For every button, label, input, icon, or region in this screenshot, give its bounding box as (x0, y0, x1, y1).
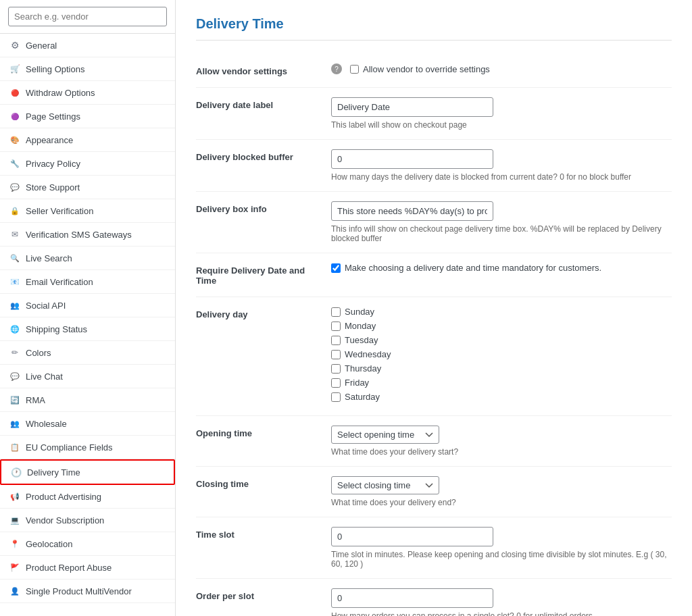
opening-time-description: What time does your delivery start? (331, 447, 672, 457)
sidebar-item-social-api[interactable]: Social API (0, 294, 175, 317)
cart-icon (9, 63, 20, 74)
chat-icon (9, 371, 20, 382)
wholesale-icon (9, 418, 20, 429)
delivery-blocked-buffer-row: Delivery blocked buffer How many days th… (196, 140, 672, 192)
sidebar-item-vendor-subscription[interactable]: Vendor Subscription (0, 509, 175, 532)
sidebar-item-label: Vendor Subscription (26, 515, 104, 525)
geo-icon (9, 538, 20, 549)
sidebar-item-label: Single Product MultiVendor (26, 586, 132, 596)
delivery-day-row: Delivery day Sunday Monday Tuesday (196, 297, 672, 416)
shipping-icon (9, 324, 20, 334)
sidebar-item-label: Seller Verification (26, 206, 93, 216)
opening-time-select[interactable]: Select opening time (331, 426, 439, 444)
sidebar-item-label: Geolocation (26, 539, 72, 549)
gear-icon (9, 40, 20, 51)
sidebar-item-store-support[interactable]: Store Support (0, 176, 175, 199)
order-per-slot-input[interactable] (331, 588, 493, 608)
require-delivery-row: Require Delivery Date and Time Make choo… (196, 253, 672, 297)
day-sunday-label: Sunday (345, 307, 374, 317)
opening-time-label: Opening time (196, 428, 252, 438)
sidebar-item-wholesale[interactable]: Wholesale (0, 412, 175, 436)
sidebar-item-live-search[interactable]: Live Search (0, 247, 175, 270)
day-friday-checkbox[interactable] (331, 378, 341, 388)
buffer-label: Delivery blocked buffer (196, 152, 293, 162)
require-delivery-checkbox-label: Make choosing a delivery date and time m… (345, 263, 601, 273)
day-thursday-checkbox[interactable] (331, 364, 341, 374)
sidebar-item-geolocation[interactable]: Geolocation (0, 532, 175, 556)
day-friday-label: Friday (345, 378, 369, 388)
privacy-icon (9, 158, 20, 169)
sidebar-item-label: Colors (26, 348, 51, 358)
delivery-box-info-row: Delivery box info This info will show on… (196, 192, 672, 253)
report-icon (9, 562, 20, 573)
sidebar-item-email-verification[interactable]: Email Verification (0, 270, 175, 294)
sidebar-item-single-product-multivendor[interactable]: Single Product MultiVendor (0, 580, 175, 603)
closing-time-row: Closing time Select closing time What ti… (196, 467, 672, 517)
allow-vendor-label: Allow vendor settings (196, 66, 287, 76)
sidebar-item-label: Store Support (26, 182, 80, 192)
page-icon (9, 111, 20, 122)
help-icon[interactable]: ? (331, 63, 342, 74)
day-sunday: Sunday (331, 307, 672, 317)
sidebar-item-label: Delivery Time (27, 467, 80, 478)
sidebar-item-rma[interactable]: RMA (0, 388, 175, 412)
time-slot-input[interactable] (331, 527, 493, 546)
require-delivery-field: Make choosing a delivery date and time m… (331, 263, 672, 273)
search-icon (9, 253, 20, 263)
buffer-input[interactable] (331, 149, 493, 169)
day-friday: Friday (331, 378, 672, 388)
sidebar-search-container (0, 0, 175, 34)
order-per-slot-label: Order per slot (196, 591, 254, 601)
day-saturday-checkbox[interactable] (331, 392, 341, 402)
sidebar-item-label: Live Chat (26, 371, 63, 382)
support-icon (9, 182, 20, 192)
order-per-slot-row: Order per slot How many orders you can p… (196, 579, 672, 617)
sidebar-item-appearance[interactable]: Appearance (0, 128, 175, 152)
sidebar-item-label: Withdraw Options (26, 88, 95, 98)
allow-vendor-checkbox[interactable] (350, 65, 359, 74)
sidebar-item-product-advertising[interactable]: Product Advertising (0, 485, 175, 509)
appearance-icon (9, 134, 20, 145)
sidebar-item-general[interactable]: General (0, 34, 175, 57)
sidebar-item-colors[interactable]: Colors (0, 341, 175, 365)
delivery-date-label-input[interactable] (331, 97, 493, 117)
closing-time-label: Closing time (196, 479, 249, 489)
opening-time-row: Opening time Select opening time What ti… (196, 416, 672, 467)
day-tuesday-checkbox[interactable] (331, 336, 341, 345)
sidebar-item-label: Page Settings (26, 111, 80, 122)
day-sunday-checkbox[interactable] (331, 307, 341, 317)
closing-time-description: What time does your delivery end? (331, 498, 672, 507)
sidebar-item-live-chat[interactable]: Live Chat (0, 365, 175, 388)
day-monday-checkbox[interactable] (331, 322, 341, 331)
require-delivery-checkbox[interactable] (331, 263, 341, 273)
sidebar-item-shipping-status[interactable]: Shipping Status (0, 317, 175, 341)
main-content: Delivery Time Allow vendor settings ? Al… (176, 0, 692, 616)
delivery-date-label-th: Delivery date label (196, 100, 273, 110)
day-thursday: Thursday (331, 363, 672, 374)
day-wednesday-checkbox[interactable] (331, 350, 341, 359)
sidebar-item-label: Selling Options (26, 64, 84, 74)
sidebar-item-label: Product Advertising (26, 492, 101, 502)
box-info-input[interactable] (331, 201, 493, 221)
sidebar-item-product-report-abuse[interactable]: Product Report Abuse (0, 556, 175, 580)
sidebar-item-label: Email Verification (26, 277, 93, 287)
sidebar-item-label: Verification SMS Gateways (26, 230, 132, 240)
sidebar-item-label: Appearance (26, 135, 73, 145)
sidebar-item-eu-compliance[interactable]: EU Compliance Fields (0, 436, 175, 459)
closing-time-select[interactable]: Select closing time (331, 476, 439, 494)
sidebar-item-withdraw-options[interactable]: Withdraw Options (0, 81, 175, 105)
eu-icon (9, 442, 20, 453)
sidebar-item-privacy-policy[interactable]: Privacy Policy (0, 152, 175, 176)
allow-vendor-checkbox-label: Allow vendor to override settings (363, 64, 490, 74)
allow-vendor-row: Allow vendor settings ? Allow vendor to … (196, 54, 672, 88)
sidebar-item-verification-sms[interactable]: Verification SMS Gateways (0, 223, 175, 247)
sidebar-item-selling-options[interactable]: Selling Options (0, 57, 175, 81)
sidebar-item-delivery-time[interactable]: Delivery Time (0, 459, 175, 485)
sidebar-item-page-settings[interactable]: Page Settings (0, 105, 175, 128)
sidebar-item-seller-verification[interactable]: Seller Verification (0, 199, 175, 223)
page-title: Delivery Time (196, 16, 672, 41)
sidebar: General Selling Options Withdraw Options… (0, 0, 176, 616)
colors-icon (9, 347, 20, 358)
sidebar-item-label: Privacy Policy (26, 159, 80, 169)
sidebar-search-input[interactable] (8, 7, 167, 26)
